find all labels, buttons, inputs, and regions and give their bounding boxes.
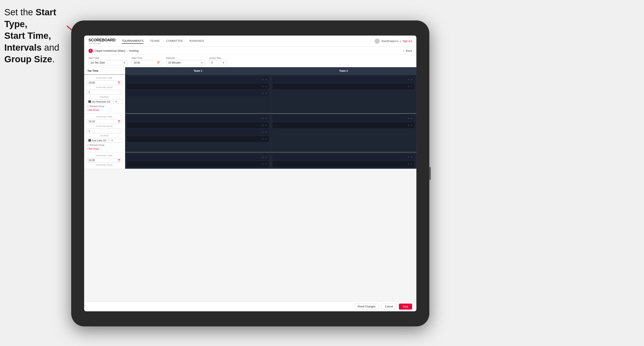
remove-player-icon[interactable]: ✕ — [262, 92, 264, 95]
team1-cell: ✕ ▼ ✕ ▼ ✕ ▼ — [125, 75, 271, 113]
clock-icon: ⏰ — [118, 120, 120, 123]
col-tee-time: Tee Time — [84, 67, 125, 75]
start-time-input[interactable]: 10:00 ⏰ — [132, 60, 162, 65]
player-row: ✕ ▼ — [127, 115, 269, 121]
group-size-select[interactable]: 3 ▼ — [209, 60, 226, 65]
player-row: ✕ ▼ — [272, 83, 414, 89]
team2-cell: ✕ ▼ ✕ ▼ — [271, 114, 416, 152]
remove-player-icon[interactable]: ✕ — [262, 138, 264, 140]
remove-player-icon[interactable]: ✕ — [408, 156, 409, 158]
remove-player-icon[interactable]: ✕ — [262, 163, 264, 165]
starting-time-input[interactable]: 10:20 ⏰ — [87, 158, 122, 163]
intervals-select[interactable]: 10 Minutes ▼ — [166, 60, 205, 65]
nav-separator: | — [400, 40, 401, 43]
group-row: STARTING TIME: 10:10 ⏰ STARTING HOLE: 1 … — [84, 114, 416, 152]
breadcrumb-logo: C — [88, 49, 93, 53]
intervals-label: Intervals — [166, 57, 205, 59]
circle-icon: ◯ — [87, 144, 89, 146]
add-group-button[interactable]: + Add Group — [87, 109, 122, 111]
nav-tournaments[interactable]: TOURNAMENTS — [122, 38, 144, 44]
group-sidebar: STARTING TIME: 10:10 ⏰ STARTING HOLE: 1 … — [84, 114, 125, 152]
cancel-button[interactable]: Cancel — [381, 304, 396, 310]
player-row: ✕ ▼ — [127, 122, 269, 128]
remove-player-icon[interactable]: ✕ — [408, 78, 409, 81]
chevron-down-icon: ▼ — [123, 62, 125, 64]
starting-hole-input[interactable]: 1 ↕ — [87, 90, 122, 95]
group-row: STARTING TIME: 10:00 ⏰ STARTING HOLE: 1 … — [84, 75, 416, 114]
player-row: ✕ ▼ — [127, 154, 269, 160]
player-row: ✕ ▼ — [127, 129, 269, 135]
remove-player-icon[interactable]: ✕ — [262, 78, 264, 81]
remove-player-icon[interactable]: ✕ — [262, 124, 264, 127]
remove-player-icon[interactable]: ✕ — [262, 117, 264, 120]
starting-hole-input[interactable]: 1 ↕ — [87, 129, 122, 133]
group-row: STARTING TIME: 10:20 ⏰ STARTING HOLE: ✕ … — [84, 152, 416, 169]
course-tag[interactable]: 🆇 East Lake GC ✕ ▼ — [87, 138, 122, 143]
starting-hole-label: STARTING HOLE: — [87, 125, 122, 127]
remove-group-button[interactable]: ◯ Remove Group — [87, 105, 122, 108]
remove-player-icon[interactable]: ✕ — [408, 163, 409, 165]
team2-cell: ✕ ▼ ✕ ▼ — [271, 152, 416, 169]
remove-player-icon[interactable]: ✕ — [262, 131, 264, 133]
chevron-icon: ▼ — [115, 100, 117, 103]
chevron-icon: ↕ — [120, 91, 120, 94]
remove-player-icon[interactable]: ✕ — [408, 124, 409, 127]
user-email: blair@clippd.io — [382, 40, 398, 43]
course-icon: 🆇 — [88, 100, 91, 103]
breadcrumb-tournament: Clippd Invitational (Main) — [94, 49, 125, 52]
annotation-text: Set the Start Type, Start Time, Interval… — [4, 6, 73, 65]
player-row: ✕ ▼ — [272, 115, 414, 121]
save-button[interactable]: Save — [399, 304, 412, 310]
reset-changes-button[interactable]: Reset Changes — [354, 304, 379, 310]
nav-rankings[interactable]: RANKINGS — [190, 38, 204, 44]
clock-icon: ⏰ — [118, 159, 120, 162]
chevron-down-icon: ▼ — [201, 62, 203, 64]
remove-player-icon[interactable]: ✕ — [408, 85, 409, 88]
tablet-device: SCOREBOARD Powered by clippd TOURNAMENTS… — [71, 20, 429, 326]
sign-out-link[interactable]: Sign out — [402, 40, 412, 43]
player-row: ✕ ▼ — [127, 136, 269, 142]
col-team1: Team 1 — [125, 67, 271, 75]
nav-committee[interactable]: COMMITTEE — [166, 38, 183, 44]
remove-player-icon[interactable]: ✕ — [262, 85, 264, 88]
nav-teams[interactable]: TEAMS — [150, 38, 160, 44]
chevron-icon: ▼ — [111, 139, 113, 142]
group-sidebar: STARTING TIME: 10:20 ⏰ STARTING HOLE: — [84, 152, 125, 169]
start-type-select[interactable]: 1st Tee Start ▼ — [88, 60, 127, 65]
add-group-button[interactable]: + Add Group — [87, 148, 122, 150]
group-sidebar: STARTING TIME: 10:00 ⏰ STARTING HOLE: 1 … — [84, 75, 125, 113]
course-tag[interactable]: 🆇 (A) Peachtree GC ✕ ▼ — [87, 99, 122, 104]
group-size-field: Group Size 3 ▼ — [209, 57, 226, 65]
group-size-label: Group Size — [209, 57, 226, 59]
navigation-bar: SCOREBOARD Powered by clippd TOURNAMENTS… — [84, 35, 416, 47]
clock-icon: ⏰ — [118, 81, 120, 84]
nav-user-info: blair@clippd.io | Sign out — [374, 38, 412, 44]
breadcrumb-bar: C Clippd Invitational (Main) › Hosting ‹… — [84, 47, 416, 55]
intervals-field: Intervals 10 Minutes ▼ — [166, 57, 205, 65]
starting-time-input[interactable]: 10:10 ⏰ — [87, 119, 122, 124]
remove-group-button[interactable]: ◯ Remove Group — [87, 144, 122, 146]
player-row: ✕ ▼ — [272, 76, 414, 83]
col-team2: Team 2 — [271, 67, 416, 75]
clock-icon: ⏰ — [157, 61, 160, 64]
team1-cell: ✕ ▼ ✕ ▼ ✕ ▼ ✕ ▼ — [125, 114, 271, 152]
tablet-screen: SCOREBOARD Powered by clippd TOURNAMENTS… — [84, 35, 416, 311]
tablet-side-button — [430, 167, 431, 180]
starting-hole-label: STARTING HOLE: — [87, 164, 122, 166]
course-label: COURSE: — [87, 135, 122, 137]
remove-player-icon[interactable]: ✕ — [262, 156, 264, 158]
breadcrumb-separator: › — [127, 49, 128, 53]
player-row: ✕ ▼ — [272, 122, 414, 128]
app-logo: SCOREBOARD Powered by clippd — [88, 38, 116, 44]
back-arrow-icon: ‹ — [403, 49, 404, 52]
start-type-field: Start Type 1st Tee Start ▼ — [88, 57, 127, 65]
starting-hole-label: STARTING HOLE: — [87, 86, 122, 89]
remove-player-icon[interactable]: ✕ — [408, 117, 409, 120]
player-row: ✕ ▼ — [127, 90, 269, 96]
back-button[interactable]: ‹ Back — [403, 49, 412, 52]
starting-time-label: STARTING TIME: — [87, 155, 122, 157]
starting-time-label: STARTING TIME: — [87, 77, 122, 79]
starting-time-input[interactable]: 10:00 ⏰ — [87, 80, 122, 85]
chevron-icon: ↕ — [120, 130, 120, 132]
team2-cell: ✕ ▼ ✕ ▼ — [271, 75, 416, 113]
